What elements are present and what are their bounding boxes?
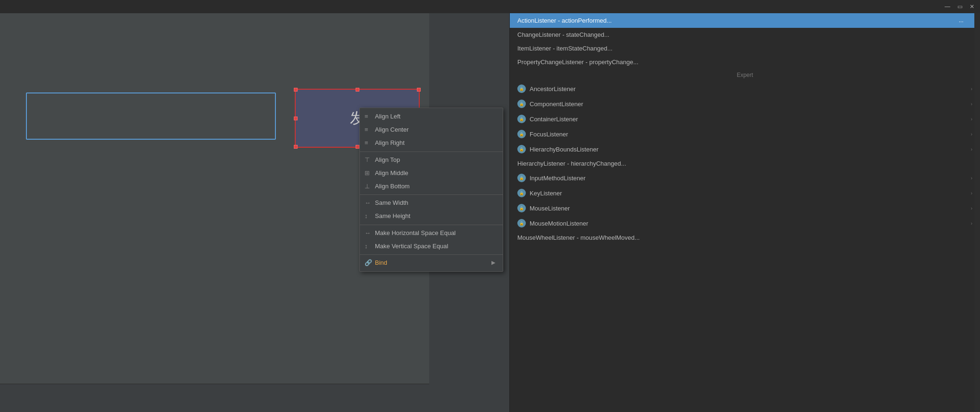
scrollbar-area[interactable]	[974, 13, 980, 412]
minimize-button[interactable]: —	[943, 2, 952, 11]
focus-listener-lock-icon: 🔒	[517, 130, 526, 138]
menu-item-same-height[interactable]: ↕Same Height	[360, 210, 503, 223]
menu-separator	[360, 225, 503, 225]
panel-section-expert-label: Expert	[510, 69, 980, 81]
mouse-listener-label: MouseListener	[530, 205, 570, 212]
hierarchy-bounds-lock-icon: 🔒	[517, 145, 526, 153]
panel-item-container-listener[interactable]: 🔒ContainerListener›	[510, 111, 980, 126]
menu-separator	[360, 194, 503, 195]
hierarchy-bounds-label: HierarchyBoundsListener	[530, 146, 598, 153]
menu-item-same-width[interactable]: ↔Same Width	[360, 196, 503, 210]
panel-item-component-listener[interactable]: 🔒ComponentListener›	[510, 96, 980, 111]
rect-left[interactable]	[26, 92, 276, 140]
mouse-motion-lock-icon: 🔒	[517, 219, 526, 227]
menu-item-align-bottom[interactable]: ⊥Align Bottom	[360, 180, 503, 193]
item-listener-label: ItemListener - itemStateChanged...	[517, 45, 613, 52]
key-listener-lock-icon: 🔒	[517, 189, 526, 197]
panel-item-change-listener[interactable]: ChangeListener - stateChanged...	[510, 28, 980, 42]
menu-item-align-top[interactable]: ⊤Align Top	[360, 153, 503, 167]
align-center-icon: ≡	[365, 126, 368, 134]
component-listener-lock-icon: 🔒	[517, 100, 526, 108]
title-bar: — ▭ ✕	[0, 0, 980, 13]
panel-item-hierarchy-listener[interactable]: HierarchyListener - hierarchyChanged...	[510, 157, 980, 170]
vert-space-label: Make Vertical Space Equal	[375, 242, 448, 251]
property-listener-label: PropertyChangeListener - propertyChange.…	[517, 59, 639, 66]
key-listener-chevron-icon: ›	[971, 190, 972, 196]
panel-selected-item[interactable]: ActionListener - actionPerformed...	[510, 13, 980, 28]
same-height-icon: ↕	[365, 212, 368, 220]
mouse-listener-chevron-icon: ›	[971, 205, 972, 211]
same-width-label: Same Width	[375, 199, 408, 207]
vert-space-icon: ↕	[365, 242, 368, 251]
align-left-label: Align Left	[375, 112, 400, 121]
horiz-space-icon: ↔	[365, 229, 371, 237]
align-middle-icon: ⊞	[365, 169, 370, 177]
panel-item-item-listener[interactable]: ItemListener - itemStateChanged...	[510, 42, 980, 55]
ancestor-listener-lock-icon: 🔒	[517, 84, 526, 93]
bind-arrow: ▶	[491, 259, 495, 266]
menu-item-bind[interactable]: 🔗Bind▶	[360, 256, 503, 269]
ancestor-listener-label: AncestorListener	[530, 85, 576, 92]
panel-item-hierarchy-bounds[interactable]: 🔒HierarchyBoundsListener›	[510, 142, 980, 157]
align-top-label: Align Top	[375, 156, 400, 164]
panel-item-key-listener[interactable]: 🔒KeyListener›	[510, 185, 980, 201]
menu-item-align-right[interactable]: ≡Align Right	[360, 136, 503, 150]
horiz-space-label: Make Horizontal Space Equal	[375, 229, 456, 237]
menu-item-vert-space[interactable]: ↕Make Vertical Space Equal	[360, 240, 503, 253]
hierarchy-listener-label: HierarchyListener - hierarchyChanged...	[517, 160, 626, 167]
key-listener-label: KeyListener	[530, 190, 562, 197]
input-method-lock-icon: 🔒	[517, 174, 526, 182]
canvas-bottom-bar	[0, 384, 429, 412]
handle-top-right[interactable]	[417, 88, 421, 92]
same-width-icon: ↔	[365, 199, 371, 207]
handle-bottom-middle[interactable]	[356, 145, 359, 149]
align-bottom-icon: ⊥	[365, 182, 370, 191]
panel-item-mouse-wheel[interactable]: MouseWheelListener - mouseWheelMoved...	[510, 231, 980, 244]
handle-top-left[interactable]	[294, 88, 298, 92]
align-bottom-label: Align Bottom	[375, 182, 410, 191]
menu-item-align-center[interactable]: ≡Align Center	[360, 123, 503, 136]
same-height-label: Same Height	[375, 212, 410, 220]
handle-middle-left[interactable]	[294, 117, 298, 120]
panel-item-focus-listener[interactable]: 🔒FocusListener›	[510, 126, 980, 142]
hierarchy-bounds-chevron-icon: ›	[971, 146, 972, 152]
container-listener-chevron-icon: ›	[971, 116, 972, 122]
panel-item-property-listener[interactable]: PropertyChangeListener - propertyChange.…	[510, 55, 980, 69]
container-listener-lock-icon: 🔒	[517, 115, 526, 123]
bind-label: Bind	[375, 259, 387, 267]
align-left-icon: ≡	[365, 112, 368, 121]
menu-item-align-left[interactable]: ≡Align Left	[360, 110, 503, 123]
align-right-icon: ≡	[365, 139, 368, 147]
align-center-label: Align Center	[375, 126, 409, 134]
maximize-button[interactable]: ▭	[955, 2, 964, 11]
bind-icon: 🔗	[365, 259, 372, 267]
panel-item-ancestor-listener[interactable]: 🔒AncestorListener›	[510, 81, 980, 96]
align-right-label: Align Right	[375, 139, 405, 147]
component-listener-chevron-icon: ›	[971, 101, 972, 107]
menu-item-horiz-space[interactable]: ↔Make Horizontal Space Equal	[360, 227, 503, 240]
mouse-listener-lock-icon: 🔒	[517, 204, 526, 212]
focus-listener-chevron-icon: ›	[971, 131, 972, 137]
right-panel: ActionListener - actionPerformed...Chang…	[509, 13, 980, 412]
mouse-motion-chevron-icon: ›	[971, 220, 972, 226]
context-menu: ≡Align Left≡Align Center≡Align Right⊤Ali…	[359, 108, 503, 272]
panel-item-mouse-listener[interactable]: 🔒MouseListener›	[510, 201, 980, 216]
panel-item-input-method[interactable]: 🔒InputMethodListener›	[510, 170, 980, 185]
ancestor-listener-chevron-icon: ›	[971, 86, 972, 92]
focus-listener-label: FocusListener	[530, 131, 568, 138]
panel-item-mouse-motion[interactable]: 🔒MouseMotionListener›	[510, 216, 980, 231]
handle-top-middle[interactable]	[356, 88, 359, 92]
input-method-chevron-icon: ›	[971, 175, 972, 181]
mouse-wheel-label: MouseWheelListener - mouseWheelMoved...	[517, 234, 639, 241]
container-listener-label: ContainerListener	[530, 116, 578, 123]
menu-item-align-middle[interactable]: ⊞Align Middle	[360, 167, 503, 180]
mouse-motion-label: MouseMotionListener	[530, 220, 588, 227]
input-method-label: InputMethodListener	[530, 175, 586, 182]
change-listener-label: ChangeListener - stateChanged...	[517, 31, 609, 38]
handle-bottom-left[interactable]	[294, 145, 298, 149]
menu-separator	[360, 254, 503, 255]
close-button[interactable]: ✕	[968, 2, 976, 11]
menu-separator	[360, 151, 503, 152]
component-listener-label: ComponentListener	[530, 101, 583, 108]
align-middle-label: Align Middle	[375, 169, 408, 177]
